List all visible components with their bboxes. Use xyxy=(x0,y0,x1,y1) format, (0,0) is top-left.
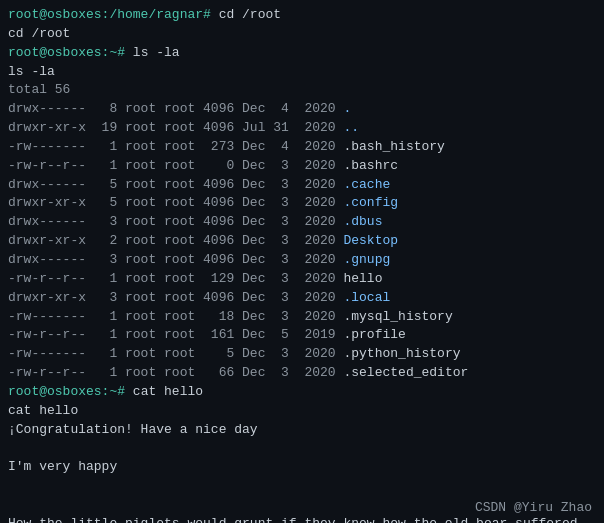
dir-meta: drwx------ 8 root root 4096 Dec 4 2020 xyxy=(8,101,343,116)
terminal-line: drwxr-xr-x 2 root root 4096 Dec 3 2020 D… xyxy=(8,232,596,251)
file-meta: -rw-r--r-- 1 root root 161 Dec 5 2019 xyxy=(8,327,343,342)
terminal-line: drwx------ 5 root root 4096 Dec 3 2020 .… xyxy=(8,176,596,195)
file-name: .profile xyxy=(343,327,405,342)
terminal-line: -rw-r--r-- 1 root root 66 Dec 3 2020 .se… xyxy=(8,364,596,383)
terminal-line: root@osboxes:~# cat hello xyxy=(8,383,596,402)
file-name: .selected_editor xyxy=(343,365,468,380)
dir-name: .local xyxy=(343,290,390,305)
terminal-line: total 56 xyxy=(8,81,596,100)
prompt-text: root@osboxes:~# xyxy=(8,45,133,60)
terminal-line: I'm very happy xyxy=(8,458,596,477)
dir-meta: drwxr-xr-x 2 root root 4096 Dec 3 2020 xyxy=(8,233,343,248)
dir-name: . xyxy=(343,101,351,116)
dir-meta: drwx------ 3 root root 4096 Dec 3 2020 xyxy=(8,214,343,229)
blank-line xyxy=(8,439,596,458)
file-name: .mysql_history xyxy=(343,309,452,324)
terminal-line: drwxr-xr-x 3 root root 4096 Dec 3 2020 .… xyxy=(8,289,596,308)
file-name: .python_history xyxy=(343,346,460,361)
terminal-line: -rw-r--r-- 1 root root 129 Dec 3 2020 he… xyxy=(8,270,596,289)
terminal-line: -rw------- 1 root root 5 Dec 3 2020 .pyt… xyxy=(8,345,596,364)
terminal-line: drwxr-xr-x 5 root root 4096 Dec 3 2020 .… xyxy=(8,194,596,213)
terminal-line: drwx------ 3 root root 4096 Dec 3 2020 .… xyxy=(8,213,596,232)
terminal-line: root@osboxes:~# ls -la xyxy=(8,44,596,63)
blank-line xyxy=(8,477,596,496)
terminal-line: drwx------ 3 root root 4096 Dec 3 2020 .… xyxy=(8,251,596,270)
dir-name: .. xyxy=(343,120,359,135)
terminal-line: ls -la xyxy=(8,63,596,82)
file-meta: -rw------- 1 root root 273 Dec 4 2020 xyxy=(8,139,343,154)
dir-name: Desktop xyxy=(343,233,398,248)
file-meta: -rw-r--r-- 1 root root 129 Dec 3 2020 xyxy=(8,271,343,286)
terminal-line: -rw-r--r-- 1 root root 0 Dec 3 2020 .bas… xyxy=(8,157,596,176)
dir-meta: drwxr-xr-x 3 root root 4096 Dec 3 2020 xyxy=(8,290,343,305)
dir-meta: drwx------ 5 root root 4096 Dec 3 2020 xyxy=(8,177,343,192)
command-text: ls -la xyxy=(133,45,180,60)
command-text: cat hello xyxy=(133,384,203,399)
file-meta: -rw-r--r-- 1 root root 0 Dec 3 2020 xyxy=(8,158,343,173)
dir-meta: drwxr-xr-x 19 root root 4096 Jul 31 2020 xyxy=(8,120,343,135)
terminal-line: ¡Congratulation! Have a nice day xyxy=(8,421,596,440)
terminal-line: cd /root xyxy=(8,25,596,44)
terminal-line: -rw------- 1 root root 18 Dec 3 2020 .my… xyxy=(8,308,596,327)
prompt-text: root@osboxes:/home/ragnar# xyxy=(8,7,219,22)
watermark: CSDN @Yiru Zhao xyxy=(475,500,592,515)
file-meta: -rw------- 1 root root 18 Dec 3 2020 xyxy=(8,309,343,324)
terminal-line: drwx------ 8 root root 4096 Dec 4 2020 . xyxy=(8,100,596,119)
terminal-line: cat hello xyxy=(8,402,596,421)
dir-meta: drwx------ 3 root root 4096 Dec 3 2020 xyxy=(8,252,343,267)
terminal-line: root@osboxes:/home/ragnar# cd /root xyxy=(8,6,596,25)
prompt-text: root@osboxes:~# xyxy=(8,384,133,399)
file-meta: -rw------- 1 root root 5 Dec 3 2020 xyxy=(8,346,343,361)
dir-name: .gnupg xyxy=(343,252,390,267)
dir-name: .cache xyxy=(343,177,390,192)
command-text: cd /root xyxy=(219,7,281,22)
terminal-line: How the little piglets would grunt if th… xyxy=(8,515,596,523)
file-name: hello xyxy=(343,271,382,286)
file-name: .bashrc xyxy=(343,158,398,173)
dir-meta: drwxr-xr-x 5 root root 4096 Dec 3 2020 xyxy=(8,195,343,210)
dir-name: .dbus xyxy=(343,214,382,229)
terminal-line: drwxr-xr-x 19 root root 4096 Jul 31 2020… xyxy=(8,119,596,138)
terminal-line: -rw-r--r-- 1 root root 161 Dec 5 2019 .p… xyxy=(8,326,596,345)
terminal-window: root@osboxes:/home/ragnar# cd /rootcd /r… xyxy=(0,0,604,523)
terminal-output: root@osboxes:/home/ragnar# cd /rootcd /r… xyxy=(8,6,596,523)
terminal-line: -rw------- 1 root root 273 Dec 4 2020 .b… xyxy=(8,138,596,157)
file-meta: -rw-r--r-- 1 root root 66 Dec 3 2020 xyxy=(8,365,343,380)
dir-name: .config xyxy=(343,195,398,210)
file-name: .bash_history xyxy=(343,139,444,154)
